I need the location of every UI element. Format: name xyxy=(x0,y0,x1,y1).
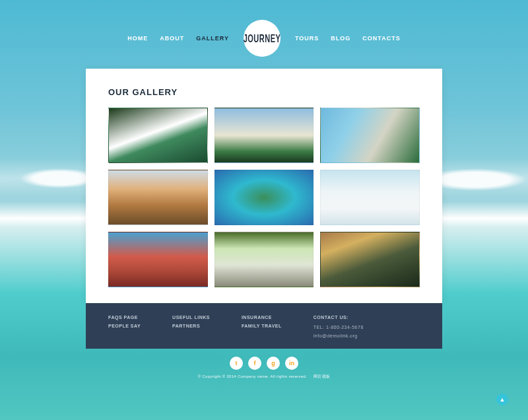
gallery-tile-island[interactable] xyxy=(214,170,314,225)
copyright-extra[interactable]: 网页模板 xyxy=(314,374,330,378)
logo[interactable]: JOURNEY xyxy=(244,20,280,57)
footer-link-people-say[interactable]: PEOPLE SAY xyxy=(108,324,141,328)
footer-link-useful[interactable]: USEFUL LINKS xyxy=(172,315,210,320)
gallery-tile-arctic[interactable] xyxy=(320,170,420,225)
twitter-icon[interactable]: t xyxy=(230,357,243,370)
nav-about[interactable]: ABOUT xyxy=(160,35,184,42)
main-nav: HOME ABOUT GALLERY JOURNEY TOURS BLOG CO… xyxy=(127,20,400,57)
nav-blog[interactable]: BLOG xyxy=(331,35,350,42)
footer-col-2: USEFUL LINKS PARTNERS xyxy=(172,315,210,338)
contact-email[interactable]: info@demolink.org xyxy=(314,333,364,338)
copyright-text: © Copyright © 2014 Company name. All rig… xyxy=(198,374,307,378)
nav-contacts[interactable]: CONTACTS xyxy=(362,35,400,42)
social-row: t f g in xyxy=(230,357,298,370)
gallery-grid xyxy=(108,108,420,287)
googleplus-icon[interactable]: g xyxy=(267,357,280,370)
footer-link-family-travel[interactable]: FAMILY TRAVEL xyxy=(242,324,282,328)
gallery-tile-resort[interactable] xyxy=(320,108,420,163)
footer: FAQS PAGE PEOPLE SAY USEFUL LINKS PARTNE… xyxy=(86,303,442,349)
footer-col-3: INSURANCE FAMILY TRAVEL xyxy=(242,315,282,338)
scroll-to-top-button[interactable]: ▲ xyxy=(496,394,508,405)
gallery-tile-temple[interactable] xyxy=(214,108,314,163)
linkedin-icon[interactable]: in xyxy=(285,357,298,370)
gallery-tile-eiffel[interactable] xyxy=(214,232,314,287)
nav-gallery[interactable]: GALLERY xyxy=(196,35,229,42)
facebook-icon[interactable]: f xyxy=(248,357,261,370)
gallery-tile-mountains[interactable] xyxy=(320,232,420,287)
footer-link-partners[interactable]: PARTNERS xyxy=(172,324,210,328)
gallery-tile-waterfall[interactable] xyxy=(108,108,208,163)
copyright: © Copyright © 2014 Company name. All rig… xyxy=(198,374,331,380)
gallery-heading: OUR GALLERY xyxy=(108,87,420,97)
logo-text: JOURNEY xyxy=(244,32,281,44)
gallery-tile-bridge[interactable] xyxy=(108,232,208,287)
contact-title: CONTACT US: xyxy=(314,315,364,320)
nav-tours[interactable]: TOURS xyxy=(295,35,319,42)
gallery-tile-colosseum[interactable] xyxy=(108,170,208,225)
content-panel: OUR GALLERY xyxy=(86,69,442,303)
footer-col-1: FAQS PAGE PEOPLE SAY xyxy=(108,315,141,338)
footer-col-contact: CONTACT US: TEL: 1-800-234-5678 info@dem… xyxy=(314,315,364,338)
footer-link-insurance[interactable]: INSURANCE xyxy=(242,315,282,320)
nav-home[interactable]: HOME xyxy=(127,35,148,42)
footer-link-faqs[interactable]: FAQS PAGE xyxy=(108,315,141,320)
contact-tel: TEL: 1-800-234-5678 xyxy=(314,325,364,330)
page-root: HOME ABOUT GALLERY JOURNEY TOURS BLOG CO… xyxy=(0,0,528,420)
chevron-up-icon: ▲ xyxy=(500,396,506,403)
